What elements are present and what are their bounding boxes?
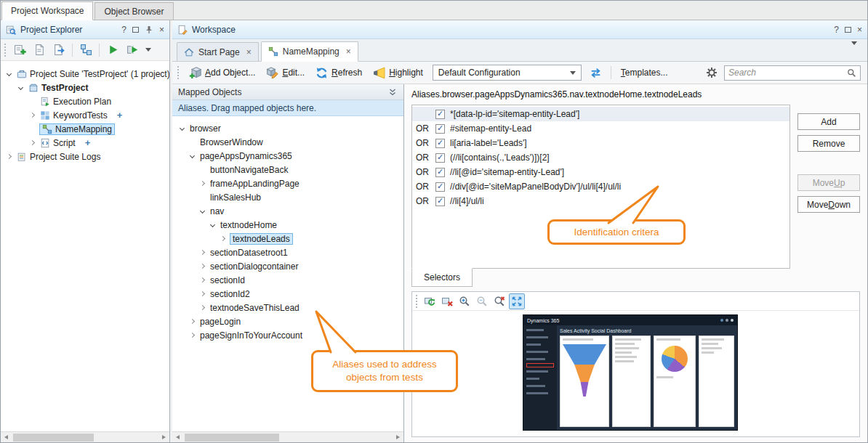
scroll-thumb[interactable]: [13, 434, 94, 442]
scroll-left-arrow[interactable]: [172, 432, 183, 443]
tree-item-frameapplandingpage[interactable]: frameAppLandingPage: [172, 176, 403, 190]
chevron-right-icon[interactable]: [198, 251, 207, 254]
toolbar-grip[interactable]: [416, 295, 417, 308]
pin-icon[interactable]: [145, 25, 153, 34]
chevron-right-icon[interactable]: [188, 333, 197, 337]
run-project-button[interactable]: [124, 41, 141, 59]
selector-checkbox[interactable]: [435, 197, 445, 206]
delete-image-button[interactable]: [439, 293, 455, 309]
tree-item-sectionid[interactable]: sectionId: [172, 273, 403, 287]
scroll-right-arrow[interactable]: [158, 432, 169, 443]
tree-item-namemapping[interactable]: NameMapping: [1, 122, 169, 136]
selector-row[interactable]: OR(//li[contains(.,'Leads')])[2]: [412, 150, 789, 165]
chevron-right-icon[interactable]: [198, 264, 207, 268]
tree-item-textnodehome[interactable]: textnodeHome: [172, 218, 403, 232]
run-test-button[interactable]: [104, 41, 121, 59]
close-tab-icon[interactable]: ×: [246, 48, 252, 57]
toolbar-more-dropdown[interactable]: [143, 41, 153, 59]
chevron-down-icon[interactable]: [188, 154, 197, 158]
chevron-down-icon[interactable]: [16, 86, 25, 89]
add-item-button[interactable]: [11, 41, 28, 59]
selector-row[interactable]: ORli[aria-label='Leads']: [412, 136, 789, 150]
add-file-button[interactable]: [31, 41, 48, 59]
tab-object-browser[interactable]: Object Browser: [95, 2, 173, 20]
tab-project-workspace[interactable]: Project Workspace: [1, 1, 93, 20]
tree-item-sectiondialogcontainer[interactable]: sectionDialogcontainer: [172, 259, 403, 273]
move-up-button[interactable]: Move Up: [797, 174, 860, 191]
chevron-right-icon[interactable]: [198, 278, 207, 282]
tree-item-linksaleshub[interactable]: linkSalesHub: [172, 190, 403, 204]
edit-button[interactable]: Edit...: [262, 65, 308, 81]
zoom-reset-button[interactable]: [491, 293, 507, 309]
settings-button[interactable]: [703, 64, 720, 81]
tree-item-pageappsdynamics365[interactable]: pageAppsDynamics365: [172, 149, 403, 163]
add-keywordtest-button[interactable]: +: [117, 110, 123, 120]
tab-selectors[interactable]: Selectors: [411, 268, 473, 287]
search-input[interactable]: [728, 68, 847, 78]
toolbar-grip[interactable]: [177, 66, 179, 79]
chevron-down-icon[interactable]: [4, 72, 14, 76]
close-icon[interactable]: ×: [159, 25, 164, 34]
chevron-right-icon[interactable]: [198, 182, 207, 185]
selector-row[interactable]: OR#sitemap-entity-Lead: [412, 121, 789, 136]
chevron-right-icon[interactable]: [188, 320, 197, 323]
update-image-button[interactable]: [422, 293, 438, 309]
selector-checkbox[interactable]: [435, 110, 445, 119]
tree-item-nav[interactable]: nav: [172, 204, 403, 218]
zoom-in-button[interactable]: [457, 293, 473, 309]
tree-item-pagesignintoyouraccount[interactable]: pageSignInToYourAccount: [172, 328, 403, 342]
tree-item-textnodeleads[interactable]: textnodeLeads: [172, 232, 403, 245]
add-object-button[interactable]: Add Object...: [185, 65, 259, 81]
aliases-drop-bar[interactable]: Aliases. Drag mapped objects here.: [172, 100, 403, 116]
selector-checkbox[interactable]: [435, 153, 445, 163]
scroll-thumb[interactable]: [185, 434, 279, 442]
selector-checkbox[interactable]: [435, 139, 445, 148]
selector-row[interactable]: OR//div[@id='siteMapPanelBodyDiv']/ul/li…: [412, 179, 789, 194]
tree-item-testproject[interactable]: TestProject: [1, 81, 169, 94]
tree-item-textnodesavethislead[interactable]: textnodeSaveThisLead: [172, 301, 403, 314]
highlight-button[interactable]: Highlight: [369, 65, 427, 81]
move-down-button[interactable]: Move Down: [797, 196, 860, 213]
close-icon[interactable]: ×: [857, 25, 862, 34]
remove-button[interactable]: Remove: [797, 135, 860, 152]
chevron-down-icon[interactable]: [177, 126, 187, 130]
tab-namemapping[interactable]: NameMapping ×: [261, 41, 358, 62]
templates-button[interactable]: Templates...: [617, 66, 672, 79]
configuration-select[interactable]: Default Configuration: [433, 65, 582, 81]
chevron-right-icon[interactable]: [198, 306, 207, 309]
tab-start-page[interactable]: Start Page ×: [177, 42, 259, 61]
mapped-objects-hscrollbar[interactable]: [172, 431, 403, 442]
selector-checkbox[interactable]: [435, 182, 445, 192]
chevron-right-icon[interactable]: [28, 141, 37, 145]
scroll-left-arrow[interactable]: [1, 432, 12, 443]
help-icon[interactable]: ?: [834, 25, 839, 34]
tree-item-execution-plan[interactable]: Execution Plan: [1, 94, 169, 108]
organize-items-button[interactable]: [77, 41, 95, 59]
fit-to-window-button[interactable]: [509, 293, 525, 309]
tree-item-sectiondatasetroot1[interactable]: sectionDatasetroot1: [172, 245, 403, 259]
scroll-right-arrow[interactable]: [393, 432, 403, 443]
export-file-button[interactable]: [50, 41, 68, 59]
window-position-icon[interactable]: [132, 27, 139, 33]
chevron-right-icon[interactable]: [4, 155, 14, 158]
tree-item-browserwindow[interactable]: BrowserWindow: [172, 135, 403, 149]
chevron-right-icon[interactable]: [198, 292, 207, 296]
add-button[interactable]: Add: [797, 113, 860, 130]
tree-item-project-suite-logs[interactable]: Project Suite Logs: [1, 150, 169, 163]
tree-item-browser[interactable]: browser: [172, 121, 403, 135]
collapse-panel-button[interactable]: [387, 87, 398, 97]
selector-checkbox[interactable]: [435, 168, 445, 177]
selector-row[interactable]: *[data-lp-id='sitemap-entity-Lead']: [412, 107, 789, 121]
zoom-out-button[interactable]: [474, 293, 490, 309]
chevron-down-icon[interactable]: [208, 223, 217, 227]
tree-item-sectionid2[interactable]: sectionId2: [172, 287, 403, 301]
help-icon[interactable]: ?: [121, 25, 126, 34]
chevron-right-icon[interactable]: [218, 237, 228, 240]
project-explorer-hscrollbar[interactable]: [1, 431, 169, 442]
close-tab-icon[interactable]: ×: [346, 47, 351, 56]
selector-row[interactable]: OR//li[4]/ul/li: [412, 194, 789, 208]
tree-item-pagelogin[interactable]: pageLogin: [172, 314, 403, 328]
add-script-button[interactable]: +: [85, 138, 91, 147]
refresh-button[interactable]: Refresh: [312, 65, 366, 81]
tab-overflow-dropdown[interactable]: [845, 42, 863, 58]
